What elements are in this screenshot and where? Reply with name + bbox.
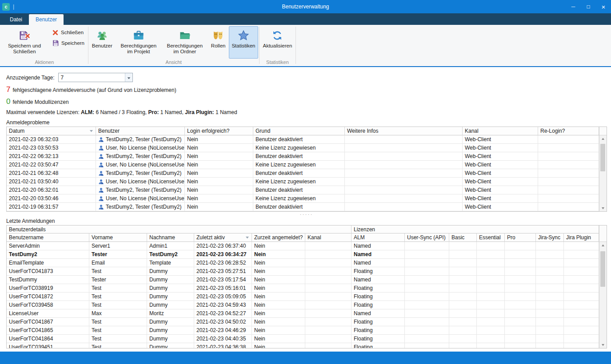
cell-nachname: Dummy bbox=[147, 326, 194, 335]
briefcase-icon bbox=[133, 29, 144, 41]
table-row[interactable]: UserForTC039451TestDummy2021-02-23 04:36… bbox=[7, 343, 599, 348]
rollen-button[interactable]: Rollen bbox=[208, 26, 228, 59]
cell-user-sync-api bbox=[405, 284, 449, 293]
benutzer-view-button[interactable]: Benutzer bbox=[89, 26, 115, 59]
scroll-down-button[interactable] bbox=[599, 341, 607, 348]
berechtigungen-ordner-button[interactable]: Berechtigungen im Ordner bbox=[162, 26, 208, 59]
band-header-lizenzen[interactable]: Lizenzen bbox=[351, 226, 599, 233]
aktualisieren-button[interactable]: Aktualisieren bbox=[260, 26, 295, 59]
scroll-thumb[interactable] bbox=[600, 144, 605, 171]
column-header-benutzername[interactable]: Benutzername bbox=[7, 233, 89, 242]
table-row[interactable]: LicenseUserMaxMoritz2021-02-23 04:52:27N… bbox=[7, 309, 599, 318]
table-row[interactable]: UserForTC041865TestDummy2021-02-23 04:46… bbox=[7, 326, 599, 335]
cell-basic bbox=[449, 250, 477, 259]
window-title: Benutzerverwaltung bbox=[0, 4, 611, 10]
maximize-button[interactable]: □ bbox=[581, 0, 596, 13]
close-button[interactable]: Schließen bbox=[49, 28, 88, 37]
band-header-benutzerdetails[interactable]: Benutzerdetails bbox=[7, 226, 351, 233]
cell-kanal: Web-Client bbox=[463, 203, 538, 211]
column-header-zurzeit-angemeldet[interactable]: Zurzeit angemeldet? bbox=[252, 233, 305, 242]
table-row[interactable]: 2021-02-22 06:32:13TestDumy2, Tester (Te… bbox=[7, 152, 599, 161]
table-row[interactable]: 2021-02-23 06:32:03TestDumy2, Tester (Te… bbox=[7, 135, 599, 144]
berechtigungen-projekt-button[interactable]: Berechtigungen im Projekt bbox=[116, 26, 161, 59]
cell-kanal bbox=[305, 242, 351, 250]
column-header-zuletzt-aktiv[interactable]: Zuletzt aktiv bbox=[194, 233, 252, 242]
table-row[interactable]: UserForTC039458TestDummy2021-02-23 04:59… bbox=[7, 301, 599, 309]
user-icon bbox=[98, 187, 104, 193]
cell-nachname: Moritz bbox=[147, 309, 194, 318]
table-row[interactable]: UserForTC038919TestDummy2021-02-23 05:16… bbox=[7, 284, 599, 293]
table-row[interactable]: 2021-02-20 06:32:01TestDumy2, Tester (Te… bbox=[7, 186, 599, 194]
column-header-nachname[interactable]: Nachname bbox=[147, 233, 194, 242]
save-and-close-button[interactable]: Speichern und Schließen bbox=[2, 26, 47, 59]
splitter-grip[interactable]: ····· bbox=[6, 212, 607, 217]
column-header-jira-plugin[interactable]: Jira Plugin bbox=[564, 233, 599, 242]
column-header-pro[interactable]: Pro bbox=[505, 233, 536, 242]
status-bar bbox=[0, 352, 611, 364]
table-row[interactable]: 2021-02-21 06:32:48TestDumy2, Tester (Te… bbox=[7, 169, 599, 178]
cell-re-login bbox=[538, 186, 599, 194]
table-row[interactable]: TestDummyTesterDummy2021-02-23 05:17:54N… bbox=[7, 276, 599, 284]
close-window-button[interactable]: × bbox=[596, 0, 611, 13]
cell-vorname: Test bbox=[89, 301, 147, 309]
table-row[interactable]: 2021-02-21 03:50:40User, No License (NoL… bbox=[7, 178, 599, 186]
column-header-re-login[interactable]: Re-Login? bbox=[538, 127, 599, 135]
column-header-benutzer[interactable]: Benutzer bbox=[96, 127, 185, 135]
table-row[interactable]: ServerAdminServer1Admin12021-02-23 06:37… bbox=[7, 242, 599, 250]
column-header-login-erfolgreich[interactable]: Login erfolgreich? bbox=[185, 127, 253, 135]
column-header-basic[interactable]: Basic bbox=[449, 233, 477, 242]
cell-basic bbox=[449, 301, 477, 309]
scroll-up-button[interactable] bbox=[599, 242, 607, 249]
save-icon bbox=[52, 40, 59, 47]
column-header-kanal[interactable]: Kanal bbox=[305, 233, 351, 242]
combo-dropdown-button[interactable] bbox=[125, 73, 132, 82]
column-header-vorname[interactable]: Vorname bbox=[89, 233, 147, 242]
scroll-track[interactable] bbox=[599, 142, 607, 205]
tab-datei[interactable]: Datei bbox=[3, 14, 29, 25]
cell-zurzeit-angemeldet: Nein bbox=[252, 267, 305, 276]
scroll-down-button[interactable] bbox=[599, 205, 607, 211]
chevron-down-icon bbox=[127, 75, 131, 81]
scroll-track[interactable] bbox=[599, 249, 607, 341]
table-row[interactable]: 2021-02-19 06:31:57TestDumy2, Tester (Te… bbox=[7, 203, 599, 211]
cell-vorname: Tester bbox=[89, 276, 147, 284]
cell-re-login bbox=[538, 135, 599, 144]
table-row[interactable]: 2021-02-22 03:50:47User, No License (NoL… bbox=[7, 161, 599, 169]
table-row[interactable]: 2021-02-23 03:50:53User, No License (NoL… bbox=[7, 144, 599, 152]
table-row[interactable]: UserForTC041864TestDummy2021-02-23 04:40… bbox=[7, 335, 599, 343]
cell-kanal: Web-Client bbox=[463, 152, 538, 161]
table-row[interactable]: UserForTC041873TestDummy2021-02-23 05:27… bbox=[7, 267, 599, 276]
statistiken-button[interactable]: Statistiken bbox=[229, 26, 258, 59]
cell-datum: 2021-02-19 06:31:57 bbox=[7, 203, 96, 211]
save-button[interactable]: Speichern bbox=[49, 38, 88, 48]
column-header-alm[interactable]: ALM bbox=[351, 233, 405, 242]
scroll-up-button[interactable] bbox=[599, 135, 607, 142]
table-row[interactable]: TestDumy2TesterTestDumy22021-02-23 06:34… bbox=[7, 250, 599, 259]
column-header-user-sync-api[interactable]: User-Sync (API) bbox=[405, 233, 449, 242]
anmeldeprobleme-scrollbar[interactable] bbox=[599, 127, 607, 211]
cell-benutzername: UserForTC041873 bbox=[7, 267, 89, 276]
tab-benutzer[interactable]: Benutzer bbox=[29, 14, 64, 25]
column-header-grund[interactable]: Grund bbox=[253, 127, 345, 135]
cell-user-sync-api bbox=[405, 293, 449, 301]
days-filter-select[interactable]: 7 bbox=[58, 73, 133, 82]
cell-kanal: Web-Client bbox=[463, 144, 538, 152]
letzte-anmeldungen-scrollbar[interactable] bbox=[599, 226, 607, 348]
column-header-kanal[interactable]: Kanal bbox=[463, 127, 538, 135]
cell-kanal bbox=[305, 343, 351, 348]
column-header-weitere-infos[interactable]: Weitere Infos bbox=[345, 127, 463, 135]
column-header-jira-sync[interactable]: Jira-Sync bbox=[536, 233, 564, 242]
scroll-thumb[interactable] bbox=[600, 251, 605, 287]
minimize-button[interactable]: ─ bbox=[566, 0, 581, 13]
column-header-datum[interactable]: Datum bbox=[7, 127, 96, 135]
cell-grund: Benutzer deaktiviert bbox=[253, 135, 345, 144]
table-row[interactable]: EmailTemplateEmailTemplate2021-02-23 06:… bbox=[7, 259, 599, 267]
license-text-segment: 6 Named / 3 Floating, bbox=[94, 109, 148, 115]
cell-user-sync-api bbox=[405, 326, 449, 335]
column-header-essential[interactable]: Essential bbox=[477, 233, 505, 242]
table-row[interactable]: UserForTC041867TestDummy2021-02-23 04:50… bbox=[7, 318, 599, 326]
cell-grund: Keine Lizenz zugewiesen bbox=[253, 144, 345, 152]
table-row[interactable]: UserForTC041872TestDummy2021-02-23 05:09… bbox=[7, 293, 599, 301]
cell-jira-plugin bbox=[564, 335, 599, 343]
table-row[interactable]: 2021-02-20 03:50:46User, No License (NoL… bbox=[7, 194, 599, 203]
